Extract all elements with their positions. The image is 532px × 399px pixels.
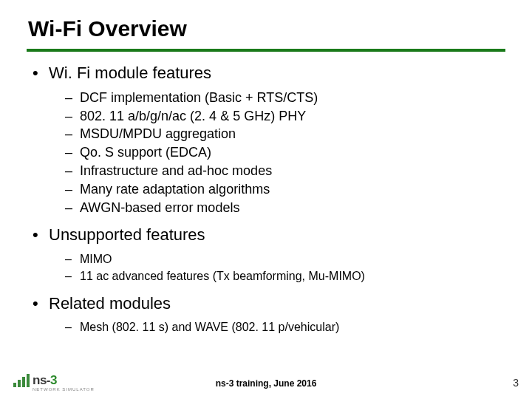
bullet-level2: –AWGN-based error models: [65, 199, 505, 217]
bullet-level2: –Qo. S support (EDCA): [65, 143, 505, 162]
content-area: • Wi. Fi module features –DCF implementa…: [33, 62, 505, 335]
bullet-level1: • Related modules: [33, 293, 505, 315]
bullet-text: MSDU/MPDU aggregation: [80, 125, 236, 143]
dash-icon: –: [65, 89, 80, 107]
dash-icon: –: [65, 125, 80, 143]
bullet-level1: • Wi. Fi module features: [33, 62, 505, 84]
dash-icon: –: [65, 199, 80, 217]
bullet-text: Wi. Fi module features: [49, 62, 211, 84]
dash-icon: –: [65, 180, 80, 199]
footer-center-text: ns-3 training, June 2016: [0, 378, 532, 389]
dash-icon: –: [65, 162, 80, 180]
bullet-text: Infrastructure and ad-hoc modes: [80, 162, 272, 180]
bullet-text: Unsupported features: [49, 224, 205, 246]
bullet-dot-icon: •: [33, 62, 49, 84]
bullet-text: Mesh (802. 11 s) and WAVE (802. 11 p/veh…: [80, 318, 339, 335]
bullet-text: 802. 11 a/b/g/n/ac (2. 4 & 5 GHz) PHY: [80, 107, 306, 126]
bullet-text: 11 ac advanced features (Tx beamforming,…: [80, 267, 365, 284]
bullet-level2: –Mesh (802. 11 s) and WAVE (802. 11 p/ve…: [65, 318, 505, 335]
bullet-text: Qo. S support (EDCA): [80, 143, 211, 162]
bullet-level2: –DCF implementation (Basic + RTS/CTS): [65, 89, 505, 107]
bullet-level2: –Many rate adaptation algorithms: [65, 180, 505, 199]
title-underline: [27, 49, 505, 52]
bullet-text: MIMO: [80, 250, 112, 267]
bullet-text: AWGN-based error models: [80, 199, 239, 217]
dash-icon: –: [65, 250, 80, 267]
bullet-text: Many rate adaptation algorithms: [80, 180, 270, 199]
dash-icon: –: [65, 143, 80, 162]
footer: ns-3 NETWORK SIMULATOR ns-3 training, Ju…: [0, 372, 532, 393]
bullet-level2: –MIMO: [65, 250, 505, 267]
bullet-level2: –11 ac advanced features (Tx beamforming…: [65, 267, 505, 284]
bullet-text: DCF implementation (Basic + RTS/CTS): [80, 89, 318, 107]
bullet-dot-icon: •: [33, 224, 49, 246]
slide: Wi-Fi Overview • Wi. Fi module features …: [0, 0, 532, 399]
bullet-level2: –802. 11 a/b/g/n/ac (2. 4 & 5 GHz) PHY: [65, 107, 505, 126]
bullet-level2: –Infrastructure and ad-hoc modes: [65, 162, 505, 180]
dash-icon: –: [65, 107, 80, 126]
page-number: 3: [513, 377, 519, 389]
bullet-text: Related modules: [49, 293, 171, 315]
dash-icon: –: [65, 318, 80, 335]
bullet-level1: • Unsupported features: [33, 224, 505, 246]
bullet-level2: –MSDU/MPDU aggregation: [65, 125, 505, 143]
dash-icon: –: [65, 267, 80, 284]
bullet-dot-icon: •: [33, 293, 49, 315]
slide-title: Wi-Fi Overview: [28, 16, 505, 41]
